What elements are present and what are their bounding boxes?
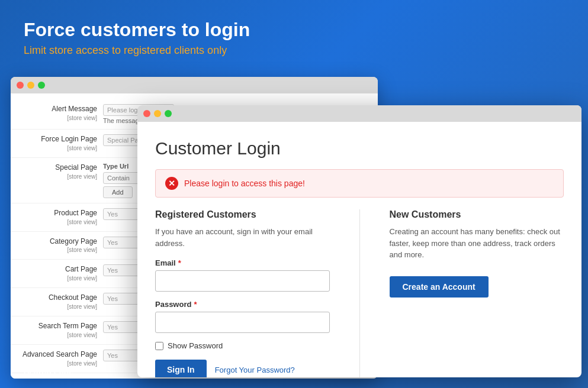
create-account-button[interactable]: Create an Account <box>390 276 489 298</box>
forgot-link[interactable]: Forgot Your Password? <box>215 366 295 374</box>
store-view-label-8: [store view] <box>20 331 97 340</box>
hero-subtitle: Limit store access to registered clients… <box>24 44 564 57</box>
email-field: Email * <box>155 258 330 292</box>
admin-label-category: Category Page [store view] <box>20 237 97 255</box>
email-label: Email * <box>155 258 330 267</box>
maximize-dot[interactable] <box>38 82 45 89</box>
registered-customers-desc: If you have an account, sign in with you… <box>155 226 330 249</box>
password-field: Password * <box>155 300 330 333</box>
error-banner: ✕ Please login to access this page! <box>155 169 564 198</box>
add-button[interactable]: Add <box>103 186 133 198</box>
login-titlebar <box>137 105 581 122</box>
error-icon: ✕ <box>165 177 178 190</box>
password-required: * <box>194 300 197 309</box>
close-dot[interactable] <box>17 82 24 89</box>
login-title: Customer Login <box>155 138 564 159</box>
signin-button[interactable]: Sign In <box>155 360 207 377</box>
store-view-label-3: [store view] <box>20 173 97 181</box>
bottom-label: Search Page <box>24 367 73 376</box>
admin-label-alert: Alert Message [store view] <box>20 104 97 122</box>
new-customers-desc: Creating an account has many benefits: c… <box>390 226 564 261</box>
maximize-dot-login[interactable] <box>165 110 172 117</box>
admin-label-product: Product Page [store view] <box>20 208 97 227</box>
login-columns: Registered Customers If you have an acco… <box>155 209 564 377</box>
close-dot-login[interactable] <box>143 110 150 117</box>
error-message: Please login to access this page! <box>184 179 305 188</box>
signin-row: Sign In Forgot Your Password? <box>155 360 330 377</box>
store-view-label-6: [store view] <box>20 274 97 283</box>
password-label: Password * <box>155 300 330 309</box>
store-view-label: [store view] <box>20 114 97 122</box>
login-body: Customer Login ✕ Please login to access … <box>137 122 581 377</box>
admin-label-special: Special Page [store view] <box>20 163 97 181</box>
login-modal: Customer Login ✕ Please login to access … <box>137 105 581 377</box>
admin-titlebar <box>11 77 378 93</box>
password-input[interactable] <box>155 312 330 333</box>
admin-label-force-login: Force Login Page [store view] <box>20 134 97 153</box>
hero-section: Force customers to login Limit store acc… <box>0 0 588 69</box>
show-password-label[interactable]: Show Password <box>168 341 223 350</box>
store-view-label-7: [store view] <box>20 303 97 311</box>
minimize-dot-login[interactable] <box>154 110 161 117</box>
admin-label-search-term: Search Term Page [store view] <box>20 321 97 340</box>
admin-label-cart: Cart Page [store view] <box>20 264 97 283</box>
store-view-label-4: [store view] <box>20 218 97 227</box>
show-password-checkbox[interactable] <box>155 342 163 350</box>
registered-customers-title: Registered Customers <box>155 209 330 220</box>
new-customers-title: New Customers <box>390 209 564 220</box>
registered-customers-section: Registered Customers If you have an acco… <box>155 209 330 377</box>
admin-label-advanced-search: Advanced Search Page [store view] <box>20 350 97 368</box>
store-view-label-2: [store view] <box>20 144 97 153</box>
email-required: * <box>178 258 181 267</box>
minimize-dot[interactable] <box>27 82 34 89</box>
hero-title: Force customers to login <box>24 19 564 41</box>
store-view-label-5: [store view] <box>20 246 97 254</box>
admin-label-checkout: Checkout Page [store view] <box>20 293 97 311</box>
new-customers-section: New Customers Creating an account has ma… <box>390 209 564 377</box>
show-password-row: Show Password <box>155 341 330 350</box>
column-divider <box>359 209 360 377</box>
email-input[interactable] <box>155 270 330 292</box>
